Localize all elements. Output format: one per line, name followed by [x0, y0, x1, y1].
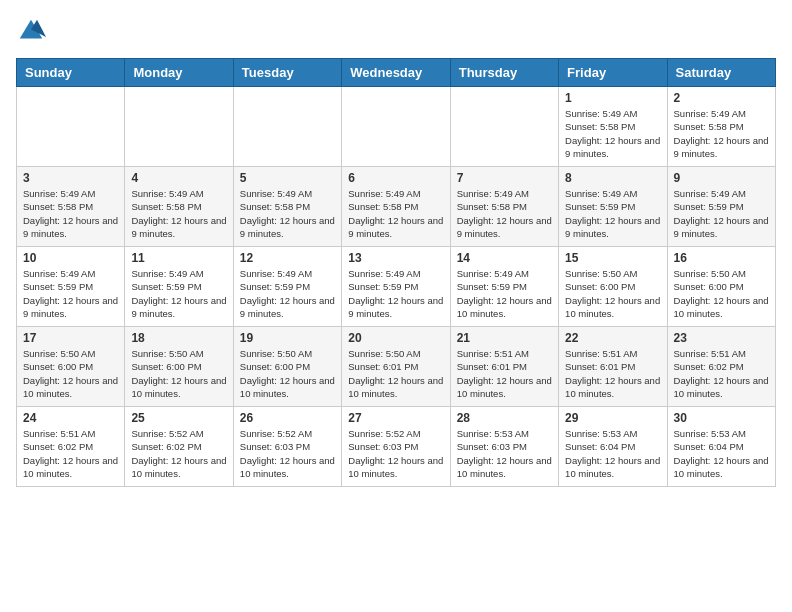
day-number: 27	[348, 411, 443, 425]
day-number: 10	[23, 251, 118, 265]
calendar-day-cell: 11Sunrise: 5:49 AM Sunset: 5:59 PM Dayli…	[125, 247, 233, 327]
calendar-day-cell: 2Sunrise: 5:49 AM Sunset: 5:58 PM Daylig…	[667, 87, 775, 167]
day-info: Sunrise: 5:49 AM Sunset: 5:59 PM Dayligh…	[131, 267, 226, 320]
calendar-week-3: 10Sunrise: 5:49 AM Sunset: 5:59 PM Dayli…	[17, 247, 776, 327]
day-number: 9	[674, 171, 769, 185]
day-info: Sunrise: 5:49 AM Sunset: 5:59 PM Dayligh…	[457, 267, 552, 320]
day-header-monday: Monday	[125, 59, 233, 87]
calendar-day-cell: 1Sunrise: 5:49 AM Sunset: 5:58 PM Daylig…	[559, 87, 667, 167]
day-number: 3	[23, 171, 118, 185]
day-number: 12	[240, 251, 335, 265]
day-number: 4	[131, 171, 226, 185]
day-info: Sunrise: 5:49 AM Sunset: 5:58 PM Dayligh…	[131, 187, 226, 240]
calendar-week-2: 3Sunrise: 5:49 AM Sunset: 5:58 PM Daylig…	[17, 167, 776, 247]
calendar-day-cell: 8Sunrise: 5:49 AM Sunset: 5:59 PM Daylig…	[559, 167, 667, 247]
day-info: Sunrise: 5:49 AM Sunset: 5:59 PM Dayligh…	[674, 187, 769, 240]
calendar-day-cell: 16Sunrise: 5:50 AM Sunset: 6:00 PM Dayli…	[667, 247, 775, 327]
calendar-day-cell: 20Sunrise: 5:50 AM Sunset: 6:01 PM Dayli…	[342, 327, 450, 407]
calendar-day-cell: 19Sunrise: 5:50 AM Sunset: 6:00 PM Dayli…	[233, 327, 341, 407]
calendar-day-cell: 30Sunrise: 5:53 AM Sunset: 6:04 PM Dayli…	[667, 407, 775, 487]
day-number: 13	[348, 251, 443, 265]
day-info: Sunrise: 5:50 AM Sunset: 6:00 PM Dayligh…	[131, 347, 226, 400]
calendar-table: SundayMondayTuesdayWednesdayThursdayFrid…	[16, 58, 776, 487]
calendar-day-cell: 9Sunrise: 5:49 AM Sunset: 5:59 PM Daylig…	[667, 167, 775, 247]
day-number: 1	[565, 91, 660, 105]
day-info: Sunrise: 5:49 AM Sunset: 5:58 PM Dayligh…	[348, 187, 443, 240]
day-number: 28	[457, 411, 552, 425]
calendar-day-cell: 10Sunrise: 5:49 AM Sunset: 5:59 PM Dayli…	[17, 247, 125, 327]
day-number: 2	[674, 91, 769, 105]
calendar-day-cell: 24Sunrise: 5:51 AM Sunset: 6:02 PM Dayli…	[17, 407, 125, 487]
calendar-day-cell	[233, 87, 341, 167]
day-info: Sunrise: 5:50 AM Sunset: 6:00 PM Dayligh…	[674, 267, 769, 320]
calendar-header-row: SundayMondayTuesdayWednesdayThursdayFrid…	[17, 59, 776, 87]
logo-icon	[16, 16, 46, 46]
calendar-day-cell: 15Sunrise: 5:50 AM Sunset: 6:00 PM Dayli…	[559, 247, 667, 327]
day-info: Sunrise: 5:50 AM Sunset: 6:00 PM Dayligh…	[23, 347, 118, 400]
calendar-day-cell: 6Sunrise: 5:49 AM Sunset: 5:58 PM Daylig…	[342, 167, 450, 247]
calendar-day-cell: 23Sunrise: 5:51 AM Sunset: 6:02 PM Dayli…	[667, 327, 775, 407]
day-number: 29	[565, 411, 660, 425]
day-info: Sunrise: 5:50 AM Sunset: 6:00 PM Dayligh…	[240, 347, 335, 400]
day-number: 17	[23, 331, 118, 345]
calendar-day-cell: 14Sunrise: 5:49 AM Sunset: 5:59 PM Dayli…	[450, 247, 558, 327]
calendar-week-1: 1Sunrise: 5:49 AM Sunset: 5:58 PM Daylig…	[17, 87, 776, 167]
calendar-day-cell: 12Sunrise: 5:49 AM Sunset: 5:59 PM Dayli…	[233, 247, 341, 327]
calendar-day-cell: 29Sunrise: 5:53 AM Sunset: 6:04 PM Dayli…	[559, 407, 667, 487]
day-info: Sunrise: 5:49 AM Sunset: 5:58 PM Dayligh…	[240, 187, 335, 240]
day-number: 7	[457, 171, 552, 185]
day-info: Sunrise: 5:53 AM Sunset: 6:04 PM Dayligh…	[565, 427, 660, 480]
logo	[16, 16, 50, 46]
day-info: Sunrise: 5:49 AM Sunset: 5:59 PM Dayligh…	[240, 267, 335, 320]
calendar-day-cell	[342, 87, 450, 167]
calendar-day-cell: 4Sunrise: 5:49 AM Sunset: 5:58 PM Daylig…	[125, 167, 233, 247]
day-info: Sunrise: 5:49 AM Sunset: 5:59 PM Dayligh…	[565, 187, 660, 240]
day-info: Sunrise: 5:52 AM Sunset: 6:03 PM Dayligh…	[240, 427, 335, 480]
day-info: Sunrise: 5:50 AM Sunset: 6:01 PM Dayligh…	[348, 347, 443, 400]
day-info: Sunrise: 5:51 AM Sunset: 6:01 PM Dayligh…	[565, 347, 660, 400]
day-number: 5	[240, 171, 335, 185]
day-info: Sunrise: 5:49 AM Sunset: 5:58 PM Dayligh…	[457, 187, 552, 240]
day-number: 14	[457, 251, 552, 265]
calendar-day-cell: 28Sunrise: 5:53 AM Sunset: 6:03 PM Dayli…	[450, 407, 558, 487]
day-number: 21	[457, 331, 552, 345]
calendar-day-cell: 25Sunrise: 5:52 AM Sunset: 6:02 PM Dayli…	[125, 407, 233, 487]
calendar-day-cell: 21Sunrise: 5:51 AM Sunset: 6:01 PM Dayli…	[450, 327, 558, 407]
day-header-saturday: Saturday	[667, 59, 775, 87]
day-header-friday: Friday	[559, 59, 667, 87]
calendar-day-cell: 27Sunrise: 5:52 AM Sunset: 6:03 PM Dayli…	[342, 407, 450, 487]
calendar-day-cell: 18Sunrise: 5:50 AM Sunset: 6:00 PM Dayli…	[125, 327, 233, 407]
calendar-day-cell	[17, 87, 125, 167]
day-number: 18	[131, 331, 226, 345]
calendar-day-cell	[125, 87, 233, 167]
day-info: Sunrise: 5:53 AM Sunset: 6:03 PM Dayligh…	[457, 427, 552, 480]
calendar-week-4: 17Sunrise: 5:50 AM Sunset: 6:00 PM Dayli…	[17, 327, 776, 407]
day-info: Sunrise: 5:51 AM Sunset: 6:02 PM Dayligh…	[674, 347, 769, 400]
day-info: Sunrise: 5:49 AM Sunset: 5:58 PM Dayligh…	[23, 187, 118, 240]
day-info: Sunrise: 5:49 AM Sunset: 5:58 PM Dayligh…	[565, 107, 660, 160]
day-info: Sunrise: 5:52 AM Sunset: 6:03 PM Dayligh…	[348, 427, 443, 480]
calendar-day-cell: 13Sunrise: 5:49 AM Sunset: 5:59 PM Dayli…	[342, 247, 450, 327]
day-info: Sunrise: 5:52 AM Sunset: 6:02 PM Dayligh…	[131, 427, 226, 480]
day-number: 30	[674, 411, 769, 425]
day-info: Sunrise: 5:50 AM Sunset: 6:00 PM Dayligh…	[565, 267, 660, 320]
page-header	[16, 16, 776, 46]
calendar-day-cell: 26Sunrise: 5:52 AM Sunset: 6:03 PM Dayli…	[233, 407, 341, 487]
day-header-wednesday: Wednesday	[342, 59, 450, 87]
day-info: Sunrise: 5:49 AM Sunset: 5:59 PM Dayligh…	[348, 267, 443, 320]
day-info: Sunrise: 5:53 AM Sunset: 6:04 PM Dayligh…	[674, 427, 769, 480]
calendar-day-cell: 3Sunrise: 5:49 AM Sunset: 5:58 PM Daylig…	[17, 167, 125, 247]
day-number: 25	[131, 411, 226, 425]
day-number: 19	[240, 331, 335, 345]
calendar-day-cell: 7Sunrise: 5:49 AM Sunset: 5:58 PM Daylig…	[450, 167, 558, 247]
day-number: 26	[240, 411, 335, 425]
day-info: Sunrise: 5:51 AM Sunset: 6:02 PM Dayligh…	[23, 427, 118, 480]
calendar-day-cell: 22Sunrise: 5:51 AM Sunset: 6:01 PM Dayli…	[559, 327, 667, 407]
calendar-week-5: 24Sunrise: 5:51 AM Sunset: 6:02 PM Dayli…	[17, 407, 776, 487]
day-info: Sunrise: 5:51 AM Sunset: 6:01 PM Dayligh…	[457, 347, 552, 400]
day-number: 8	[565, 171, 660, 185]
calendar-day-cell: 17Sunrise: 5:50 AM Sunset: 6:00 PM Dayli…	[17, 327, 125, 407]
day-number: 24	[23, 411, 118, 425]
day-number: 6	[348, 171, 443, 185]
day-header-tuesday: Tuesday	[233, 59, 341, 87]
